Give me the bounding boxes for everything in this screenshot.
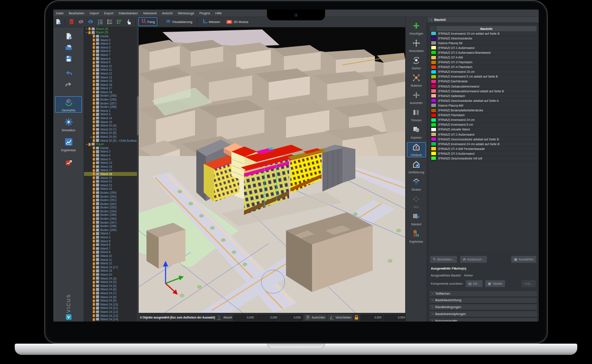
tree-item[interactable]: Wand 24 (6) <box>84 288 139 292</box>
tool-hinzufügen[interactable]: Hinzufügen <box>407 21 426 36</box>
tool-ausrichten[interactable]: Ausrichten <box>407 90 426 105</box>
visibility-bulb-icon[interactable] <box>93 277 95 280</box>
bauteil-row[interactable]: [FRNAZ] Innenwand 24 cm <box>430 118 537 123</box>
tree-item[interactable]: Wand 23 <box>84 187 139 191</box>
menu-item-import[interactable]: Import <box>87 11 101 15</box>
visibility-bulb-icon[interactable] <box>93 232 95 235</box>
accordion-bauteilverknüpfungen[interactable]: ›Bauteilverknüpfungen <box>429 311 537 317</box>
visibility-bulb-icon[interactable] <box>93 188 95 190</box>
tree-checkbox[interactable] <box>96 299 99 302</box>
tree-item[interactable]: Wand 18 <box>84 172 139 176</box>
visibility-bulb-icon[interactable] <box>93 117 95 120</box>
tree-checkbox[interactable] <box>96 35 99 38</box>
tool-verschieben[interactable]: Verschieben <box>407 38 426 53</box>
austausch-button[interactable]: ⇄ Austausch... <box>460 256 487 263</box>
bauteil-row[interactable]: [FRANZ] GT-3 Flachdach <box>430 60 537 65</box>
visibility-bulb-icon[interactable] <box>93 310 95 313</box>
tree-checkbox[interactable] <box>96 243 99 247</box>
tree-item[interactable]: Wand 2 <box>84 150 139 154</box>
tree-checkbox[interactable] <box>96 61 99 64</box>
tree-checkbox[interactable] <box>96 187 99 191</box>
tree-item[interactable]: Boden (261) <box>84 198 139 202</box>
show-objects-button[interactable] <box>86 18 95 26</box>
tree-item[interactable]: Wand 24 (10) <box>84 302 139 306</box>
undo-button[interactable] <box>53 68 84 79</box>
visibility-bulb-icon[interactable] <box>88 31 91 34</box>
coordinate-field[interactable]: 0,000 <box>257 315 279 321</box>
tree-item[interactable]: Wand 20 (9) - Child Surface <box>84 139 139 143</box>
coordinate-field[interactable]: 0,000 <box>384 315 407 321</box>
visibility-bulb-icon[interactable] <box>93 270 95 272</box>
tree-item[interactable]: Wand 11 <box>84 68 139 72</box>
tree-item[interactable]: ▾Raum <box>84 142 139 146</box>
visibility-bulb-icon[interactable] <box>93 53 95 56</box>
visibility-bulb-icon[interactable] <box>88 143 91 146</box>
tree-item[interactable]: Wand 17 <box>84 87 139 91</box>
accordion-bauteilausrichtung[interactable]: ›Bauteilausrichtung <box>429 297 537 304</box>
tool-struktur[interactable]: Struktur <box>407 177 426 192</box>
visibility-bulb-icon[interactable] <box>93 202 95 205</box>
tree-item[interactable]: Boden (268) <box>84 224 139 228</box>
bauteil-list[interactable]: [FRNAZ] Innenwand 15 cm adiabt auf Seite… <box>430 31 537 251</box>
tree-item[interactable]: Boden (263) <box>84 206 139 210</box>
bauteil-row[interactable]: Keiene Plaung AW <box>430 103 537 108</box>
visibility-bulb-icon[interactable] <box>93 80 95 82</box>
visibility-bulb-icon[interactable] <box>93 199 95 202</box>
bauteil-row[interactable]: [FRNAZ] GT-3 Außenwand <box>430 151 537 156</box>
visibility-bulb-icon[interactable] <box>93 218 95 220</box>
tree-checkbox[interactable] <box>96 128 99 131</box>
tool-ergebnisse[interactable]: Ergebnisse <box>407 229 426 244</box>
tree-checkbox[interactable] <box>96 42 99 46</box>
tree-checkbox[interactable] <box>96 87 99 90</box>
tree-checkbox[interactable] <box>96 154 99 157</box>
tree-item[interactable]: Boden (269) <box>84 228 139 232</box>
tree-item[interactable]: Wand 5 <box>84 239 139 243</box>
db-button[interactable]: ▤ DB... <box>465 280 483 287</box>
bauteil-row[interactable]: [FRANZ] Geschossdecke adiabat auf Seite … <box>430 98 537 103</box>
export-results-button[interactable] <box>53 157 84 168</box>
visibility-bulb-icon[interactable] <box>93 307 95 309</box>
tree-item[interactable]: Boden (260) <box>84 195 139 198</box>
tree-checkbox[interactable] <box>96 247 99 250</box>
tree-checkbox[interactable] <box>96 292 99 295</box>
bauteil-row[interactable]: [FRANZ] Flachdach <box>430 113 537 118</box>
tree-item[interactable]: Wand 24 (13) <box>84 314 139 318</box>
hide-objects-button[interactable] <box>77 18 85 26</box>
visibility-bulb-icon[interactable] <box>93 225 95 228</box>
coordinate-field[interactable]: 0,000 <box>361 315 383 321</box>
tree-item[interactable]: ▸Raum (4) <box>84 27 139 31</box>
tree-item[interactable]: Wand 16 <box>84 83 139 87</box>
tree-checkbox[interactable] <box>96 124 99 127</box>
bauteil-row[interactable]: [FRNAZ] Innenwand 5 cm adiabt auf Seite … <box>430 75 537 79</box>
tree-checkbox[interactable] <box>96 157 99 161</box>
accordion-randbedingungen[interactable]: ›Randbedingungen <box>429 304 537 310</box>
tree-checkbox[interactable] <box>96 306 99 310</box>
visibility-bulb-icon[interactable] <box>93 132 95 134</box>
tool-drehen[interactable]: Drehen <box>407 55 426 71</box>
tree-checkbox[interactable] <box>96 195 99 198</box>
tree-item[interactable]: Wand 6 <box>84 49 139 53</box>
visibility-bulb-icon[interactable] <box>93 206 95 209</box>
open-project-button[interactable] <box>53 42 84 53</box>
tree-checkbox[interactable] <box>96 280 99 284</box>
tree-item[interactable]: Wand 19 <box>84 176 139 180</box>
visibility-bulb-icon[interactable] <box>93 46 95 49</box>
tree-item[interactable]: Wand 7 <box>84 53 139 57</box>
visibility-bulb-icon[interactable] <box>93 180 95 183</box>
tool-kopieren[interactable]: Kopieren <box>407 125 426 140</box>
tool-zertifizierung[interactable]: Zertifizierung <box>407 159 426 175</box>
visibility-bulb-icon[interactable] <box>93 281 95 283</box>
menu-item-export[interactable]: Export <box>101 11 116 15</box>
tree-item[interactable]: Wand 14 (17) <box>84 265 139 269</box>
tool-skalieren[interactable]: Skalieren <box>407 73 426 88</box>
tree-item[interactable]: Wand 21 <box>84 179 139 183</box>
bauteil-row[interactable]: [FRANZ] Bodenplatte/kellerdecke <box>430 108 537 113</box>
tree-expand-arrow[interactable]: ▸ <box>85 27 88 30</box>
tree-checkbox[interactable] <box>96 288 99 291</box>
bauteil-row[interactable]: [FRNAZ] Innenwand 5 cm <box>430 123 537 127</box>
tree-checkbox[interactable] <box>96 135 99 139</box>
tree-item[interactable]: Wand 9 <box>84 157 139 161</box>
tool-netz[interactable]: Netz <box>407 194 426 209</box>
tree-item[interactable]: Wand 24 (8) <box>84 295 139 299</box>
tree-item[interactable]: Wand 8 <box>84 57 139 61</box>
